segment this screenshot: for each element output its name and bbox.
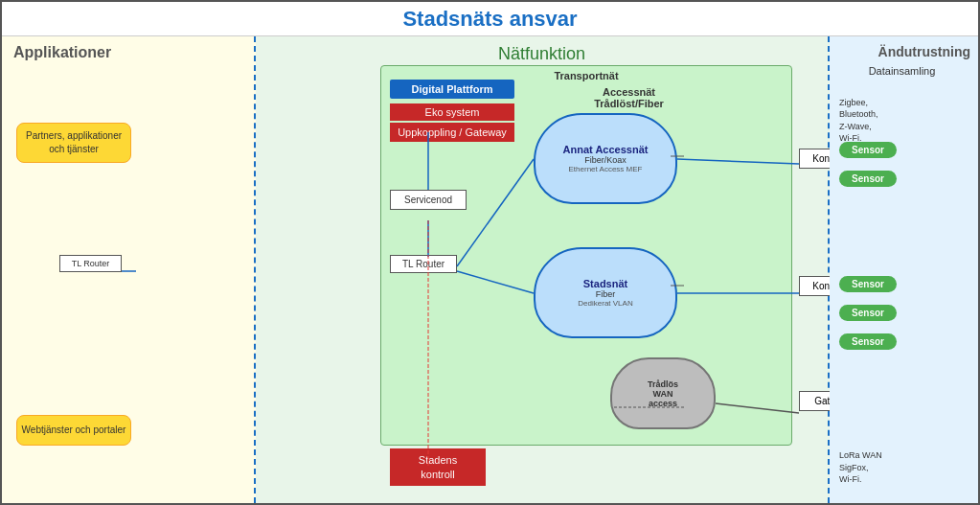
cloud-stadsnät-sub2: Dedikerat VLAN	[578, 299, 632, 308]
cloud-tradlos: Trådlös WAN access	[610, 357, 716, 429]
tl-router-mid: TL Router	[390, 255, 457, 273]
col-endutrustning: Ändutrustning Datainsamling Zigbee, Blue…	[830, 36, 978, 503]
sensor-3: Sensor	[839, 276, 897, 292]
sensor-1: Sensor	[839, 142, 897, 158]
col-left-title: Applikationer	[2, 36, 254, 65]
webtjanster-box: Webtjänster och portaler	[16, 415, 131, 446]
cloud-stadsnät-title: Stadsnät	[583, 278, 627, 289]
col-natfunktion: Nätfunktion Transportnät Accessnät Trådl…	[256, 36, 830, 503]
datainsamling-label: Datainsamling	[837, 65, 967, 77]
accessnat-label: Accessnät Trådlöst/Fiber	[579, 75, 679, 109]
sensor-2: Sensor	[839, 171, 897, 187]
zigbee-text: Zigbee, Bluetooth, Z-Wave, Wi-Fi.	[839, 84, 878, 145]
cloud-annat-accessnat: Annat Accessnät Fiber/Koax Ethernet Acce…	[534, 113, 677, 204]
main-container: Stadsnäts ansvar Applikationer Partners,…	[0, 0, 980, 505]
col-applikationer: Applikationer Partners, applikationer oc…	[2, 36, 256, 503]
page-title: Stadsnäts ansvar	[402, 7, 577, 32]
uppkoppling-box: Uppkoppling / Gateway	[390, 123, 514, 142]
sensor-4: Sensor	[839, 305, 897, 321]
col-mid-title: Nätfunktion	[256, 36, 828, 68]
tl-router-left: TL Router	[59, 255, 122, 272]
header: Stadsnäts ansvar	[2, 2, 978, 36]
digital-plattform-box: Digital Plattform	[390, 80, 514, 99]
col-right-title: Ändutrustning	[830, 36, 978, 63]
cloud-annat-title: Annat Accessnät	[563, 144, 649, 155]
cloud-stadsnät-sub: Fiber	[596, 289, 616, 299]
partners-box: Partners, applikationer och tjänster	[16, 123, 131, 163]
servicenod-box: Servicenod	[390, 190, 467, 210]
sensor-5: Sensor	[839, 333, 897, 350]
cloud-stadsnät: Stadsnät Fiber Dedikerat VLAN	[534, 247, 677, 338]
cloud-annat-sub2: Ethernet Access MEF	[569, 165, 643, 173]
columns: Applikationer Partners, applikationer oc…	[2, 36, 978, 503]
cloud-annat-sub: Fiber/Koax	[584, 155, 627, 165]
stadens-kontroll: Stadens kontroll	[390, 448, 486, 486]
cloud-tradlos-title: Trådlös WAN access	[648, 379, 678, 408]
lora-text: LoRa WAN SigFox, Wi-Fi.	[839, 438, 882, 486]
eko-system-box: Eko system	[390, 103, 514, 121]
